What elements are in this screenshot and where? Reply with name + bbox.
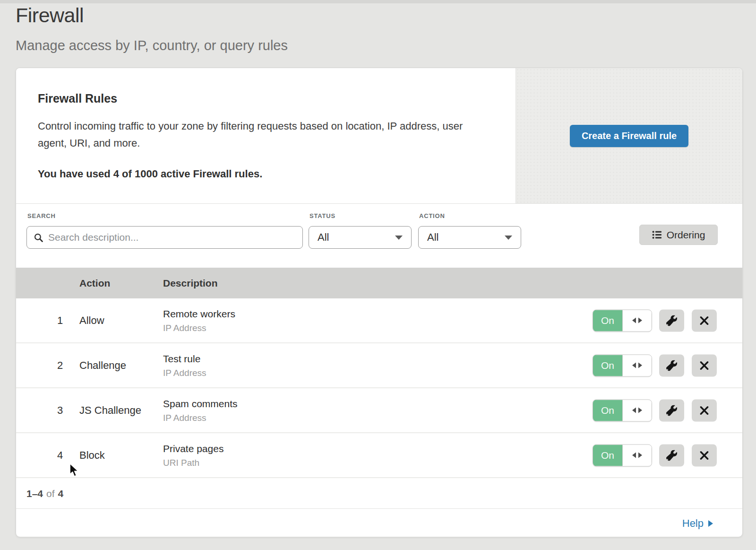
rule-enabled-toggle[interactable]: On — [593, 399, 652, 421]
triangle-left-icon — [632, 453, 636, 458]
delete-rule-button[interactable] — [692, 399, 717, 421]
create-firewall-rule-button[interactable]: Create a Firewall rule — [570, 125, 688, 147]
rule-action: JS Challenge — [79, 388, 141, 432]
rules-list: 1 Allow Remote workers IP Address On — [16, 298, 742, 478]
help-link-label: Help — [682, 517, 704, 530]
rule-description-cell: Remote workers IP Address — [163, 308, 235, 333]
triangle-right-icon — [638, 318, 642, 323]
help-link[interactable]: Help — [682, 517, 713, 530]
triangle-left-icon — [632, 363, 636, 368]
table-row: 4 Block Private pages URI Path On — [16, 433, 742, 478]
toggle-drag-handle[interactable] — [622, 355, 652, 376]
status-select[interactable]: All — [309, 226, 412, 249]
rule-enabled-toggle[interactable]: On — [593, 309, 652, 332]
chevron-down-icon — [395, 236, 403, 240]
search-input[interactable] — [48, 232, 296, 243]
rule-description: Test rule — [163, 353, 206, 364]
triangle-right-icon — [638, 453, 642, 458]
close-icon — [699, 360, 709, 370]
rule-description: Spam comments — [163, 398, 238, 409]
toggle-drag-handle[interactable] — [622, 445, 652, 466]
triangle-right-icon — [638, 408, 642, 413]
rule-match-field: IP Address — [163, 323, 235, 333]
close-icon — [699, 405, 709, 415]
toggle-on-label: On — [593, 310, 622, 331]
action-selected-value: All — [427, 231, 438, 244]
table-row: 3 JS Challenge Spam comments IP Address … — [16, 388, 742, 433]
rule-match-field: URI Path — [163, 457, 223, 468]
table-row: 2 Challenge Test rule IP Address On — [16, 343, 742, 388]
toggle-on-label: On — [593, 445, 622, 466]
rule-priority: 2 — [49, 343, 71, 387]
action-label: ACTION — [419, 212, 445, 219]
page-title: Firewall — [16, 4, 84, 27]
close-icon — [699, 450, 709, 460]
rule-description-cell: Spam comments IP Address — [163, 398, 238, 423]
delete-rule-button[interactable] — [692, 309, 717, 332]
toggle-drag-handle[interactable] — [622, 310, 652, 331]
table-header: Action Description — [16, 268, 742, 298]
panel-action-area: Create a Firewall rule — [515, 68, 742, 203]
edit-rule-button[interactable] — [659, 399, 684, 421]
edit-rule-button[interactable] — [659, 309, 684, 332]
table-row: 1 Allow Remote workers IP Address On — [16, 298, 742, 343]
edit-rule-button[interactable] — [659, 444, 684, 466]
rule-description-cell: Test rule IP Address — [163, 353, 206, 378]
rule-action: Challenge — [79, 343, 126, 387]
chevron-down-icon — [505, 236, 512, 240]
search-box[interactable] — [26, 226, 303, 249]
rule-action: Allow — [79, 298, 104, 342]
delete-rule-button[interactable] — [692, 444, 717, 466]
wrench-icon — [666, 315, 677, 326]
panel-title: Firewall Rules — [38, 92, 487, 105]
rule-priority: 4 — [49, 433, 71, 477]
ordering-button[interactable]: Ordering — [639, 225, 718, 245]
rule-match-field: IP Address — [163, 412, 238, 423]
toggle-on-label: On — [593, 400, 622, 421]
status-selected-value: All — [318, 231, 329, 244]
filters-bar: SEARCH STATUS All ACTION All — [16, 204, 742, 268]
rule-priority: 3 — [49, 388, 71, 432]
rule-description-cell: Private pages URI Path — [163, 443, 223, 468]
firewall-rules-panel: Firewall Rules Control incoming traffic … — [16, 68, 742, 204]
edit-rule-button[interactable] — [659, 354, 684, 376]
column-header-action: Action — [79, 278, 110, 289]
ordering-button-label: Ordering — [667, 229, 705, 241]
pagination-total: 4 — [58, 488, 64, 499]
rule-match-field: IP Address — [163, 367, 206, 378]
help-row: Help — [16, 509, 742, 537]
triangle-left-icon — [632, 318, 636, 323]
rule-description: Remote workers — [163, 308, 235, 319]
window-top-edge — [0, 0, 756, 3]
page-subtitle: Manage access by IP, country, or query r… — [16, 38, 288, 53]
pagination: 1–4 of 4 — [16, 479, 742, 509]
wrench-icon — [666, 360, 677, 371]
triangle-right-icon — [638, 363, 642, 368]
usage-note: You have used 4 of 1000 active Firewall … — [38, 168, 487, 180]
triangle-left-icon — [632, 408, 636, 413]
pagination-range: 1–4 — [26, 488, 43, 499]
rule-enabled-toggle[interactable]: On — [593, 444, 652, 466]
delete-rule-button[interactable] — [692, 354, 717, 376]
search-label: SEARCH — [27, 212, 56, 219]
rule-enabled-toggle[interactable]: On — [593, 354, 652, 376]
column-header-description: Description — [163, 278, 218, 289]
pagination-of: of — [46, 488, 55, 499]
wrench-icon — [666, 405, 677, 416]
firewall-rules-card: Firewall Rules Control incoming traffic … — [16, 68, 743, 537]
rule-action: Block — [79, 433, 105, 477]
toggle-on-label: On — [593, 355, 622, 376]
close-icon — [699, 315, 709, 325]
panel-description: Control incoming traffic to your zone by… — [38, 118, 487, 152]
list-ordering-icon — [652, 230, 662, 239]
search-icon — [34, 233, 43, 243]
action-select[interactable]: All — [418, 226, 521, 249]
rule-description: Private pages — [163, 443, 223, 454]
toggle-drag-handle[interactable] — [622, 400, 652, 421]
panel-description-area: Firewall Rules Control incoming traffic … — [16, 68, 515, 203]
status-label: STATUS — [309, 212, 335, 219]
rule-priority: 1 — [49, 298, 71, 342]
arrow-right-icon — [708, 520, 713, 527]
wrench-icon — [666, 450, 677, 461]
